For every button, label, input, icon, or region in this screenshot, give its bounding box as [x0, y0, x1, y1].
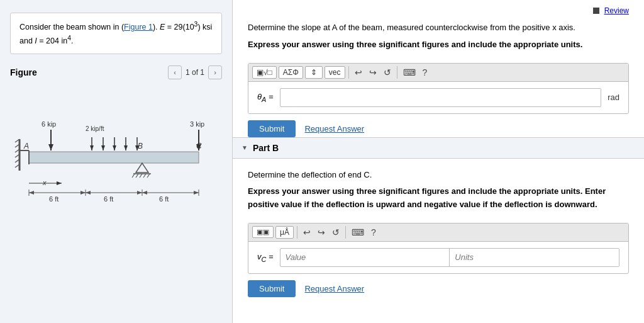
toolbar-sqrt-btn[interactable]: ▣√□ [252, 66, 277, 79]
svg-marker-46 [80, 191, 86, 195]
part-a-math-block: ▣√□ ΑΣΦ ⇕ vec ↩ ↪ ↺ ⌨ ? θA = rad [248, 63, 629, 114]
toolbar-separator2 [397, 66, 397, 79]
part-a-math-label: θA = [257, 92, 274, 103]
toolbar-arrows-btn[interactable]: ⇕ [305, 66, 323, 79]
svg-marker-20 [113, 145, 116, 150]
review-link[interactable]: Review [604, 6, 629, 15]
svg-text:C: C [196, 142, 202, 150]
svg-line-33 [140, 174, 142, 178]
part-b-toolbar: ▣▣ μÅ ↩ ↪ ↺ ⌨ ? [248, 224, 628, 242]
figure-link[interactable]: Figure 1 [124, 23, 153, 31]
svg-marker-29 [136, 163, 148, 173]
svg-text:6 ft: 6 ft [49, 195, 58, 203]
problem-description: Consider the beam shown in (Figure 1). E… [10, 13, 222, 54]
svg-text:3 kip: 3 kip [190, 120, 204, 128]
toolbar-undo-btn[interactable]: ↩ [352, 66, 365, 79]
svg-line-32 [136, 174, 138, 178]
figure-count: 1 of 1 [186, 68, 204, 77]
right-panel: Review Determine the slope at A of the b… [233, 0, 644, 323]
beam-diagram: A 6 kip 2 kip/ft 3 kip B [10, 86, 222, 212]
part-b-toolbar-undo-btn[interactable]: ↩ [301, 226, 313, 239]
part-a-unit: rad [608, 93, 619, 102]
part-a-block: Determine the slope at A of the beam, me… [248, 21, 629, 52]
part-b-header: ▼ Part B [233, 137, 644, 159]
figure-title: Figure [10, 67, 37, 77]
next-figure-button[interactable]: › [208, 65, 222, 79]
svg-rect-0 [29, 152, 199, 163]
part-b-toolbar-redo-btn[interactable]: ↪ [315, 226, 328, 239]
svg-text:A: A [23, 142, 29, 150]
part-b-title: Part B [253, 143, 279, 153]
part-b-instruction2: Express your answer using three signific… [248, 185, 629, 212]
left-panel: Consider the beam shown in (Figure 1). E… [0, 0, 233, 323]
part-b-units-input[interactable] [450, 249, 619, 266]
svg-marker-39 [57, 181, 62, 185]
part-b-request-answer-button[interactable]: Request Answer [304, 284, 364, 293]
part-b-toolbar-separator2 [345, 226, 346, 239]
part-a-request-answer-button[interactable]: Request Answer [304, 124, 364, 133]
svg-marker-12 [48, 144, 53, 150]
part-b-toolbar-keyboard-btn[interactable]: ⌨ [349, 226, 367, 239]
part-a-actions: Submit Request Answer [248, 120, 629, 137]
svg-marker-22 [124, 145, 128, 150]
part-b-actions: Submit Request Answer [248, 280, 629, 297]
part-b-toolbar-reset-btn[interactable]: ↺ [330, 226, 342, 239]
part-b-submit-button[interactable]: Submit [248, 280, 296, 297]
svg-line-35 [147, 174, 150, 178]
part-a-input-area: θA = rad [248, 82, 628, 113]
svg-text:6 kip: 6 kip [42, 120, 56, 128]
figure-header: Figure ‹ 1 of 1 › [10, 65, 222, 79]
toolbar-separator1 [348, 66, 349, 79]
toolbar-sigma-btn[interactable]: ΑΣΦ [279, 66, 303, 79]
collapse-arrow-icon[interactable]: ▼ [242, 144, 248, 151]
svg-text:6 ft: 6 ft [159, 195, 169, 203]
part-b-toolbar-matrix-btn[interactable]: ▣▣ [252, 226, 274, 238]
part-b-input-area: vC = [248, 242, 628, 273]
toolbar-redo-btn[interactable]: ↪ [367, 66, 379, 79]
svg-text:2 kip/ft: 2 kip/ft [86, 125, 104, 132]
part-b-split-input [280, 248, 619, 267]
toolbar-help-btn[interactable]: ? [420, 66, 430, 79]
part-a-instruction2: Express your answer using three signific… [248, 38, 629, 52]
review-section: Review [248, 6, 629, 15]
part-b-instruction1: Determine the deflection of end C. [248, 169, 629, 182]
part-b-value-input[interactable] [280, 249, 450, 266]
toolbar-reset-btn[interactable]: ↺ [381, 66, 394, 79]
svg-marker-18 [101, 145, 105, 150]
svg-text:x: x [42, 179, 47, 186]
svg-marker-49 [86, 191, 91, 195]
toolbar-keyboard-btn[interactable]: ⌨ [401, 66, 418, 79]
part-a-instruction1: Determine the slope at A of the beam, me… [248, 21, 629, 35]
svg-marker-53 [142, 191, 147, 195]
part-b-math-block: ▣▣ μÅ ↩ ↪ ↺ ⌨ ? vC = [248, 223, 629, 274]
svg-marker-54 [194, 191, 199, 195]
review-icon [593, 8, 599, 14]
toolbar-vec-btn[interactable]: vec [325, 66, 345, 79]
part-b-block: Determine the deflection of end C. Expre… [248, 169, 629, 212]
prev-figure-button[interactable]: ‹ [168, 65, 182, 79]
part-b-toolbar-mu-btn[interactable]: μÅ [275, 226, 294, 239]
svg-marker-16 [90, 145, 94, 150]
part-b-toolbar-help-btn[interactable]: ? [369, 226, 379, 239]
part-b-math-label: vC = [257, 252, 274, 263]
svg-line-34 [143, 174, 146, 178]
svg-marker-50 [137, 191, 142, 195]
part-b-toolbar-separator1 [297, 226, 297, 239]
svg-marker-45 [29, 191, 34, 195]
svg-text:B: B [138, 142, 143, 150]
part-a-answer-input[interactable] [280, 88, 602, 107]
part-a-submit-button[interactable]: Submit [248, 120, 296, 137]
svg-text:6 ft: 6 ft [104, 195, 113, 203]
svg-line-31 [132, 174, 135, 178]
part-a-toolbar: ▣√□ ΑΣΦ ⇕ vec ↩ ↪ ↺ ⌨ ? [248, 64, 628, 82]
figure-nav: ‹ 1 of 1 › [168, 65, 222, 79]
